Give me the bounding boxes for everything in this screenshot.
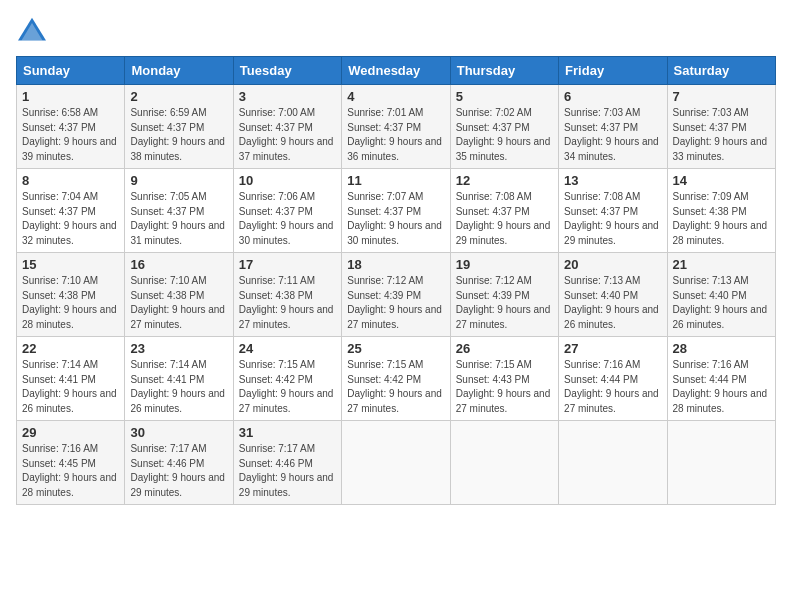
calendar-day-cell: 20 Sunrise: 7:13 AMSunset: 4:40 PMDaylig… (559, 253, 667, 337)
empty-day-cell (559, 421, 667, 505)
day-info: Sunrise: 7:07 AMSunset: 4:37 PMDaylight:… (347, 191, 442, 246)
day-info: Sunrise: 7:05 AMSunset: 4:37 PMDaylight:… (130, 191, 225, 246)
day-number: 1 (22, 89, 119, 104)
day-number: 18 (347, 257, 444, 272)
day-number: 2 (130, 89, 227, 104)
calendar-day-cell: 15 Sunrise: 7:10 AMSunset: 4:38 PMDaylig… (17, 253, 125, 337)
empty-day-cell (342, 421, 450, 505)
calendar-day-cell: 14 Sunrise: 7:09 AMSunset: 4:38 PMDaylig… (667, 169, 775, 253)
calendar-day-cell: 10 Sunrise: 7:06 AMSunset: 4:37 PMDaylig… (233, 169, 341, 253)
day-of-week-header: Friday (559, 57, 667, 85)
day-info: Sunrise: 7:16 AMSunset: 4:44 PMDaylight:… (564, 359, 659, 414)
day-info: Sunrise: 7:16 AMSunset: 4:44 PMDaylight:… (673, 359, 768, 414)
day-number: 7 (673, 89, 770, 104)
calendar-day-cell: 7 Sunrise: 7:03 AMSunset: 4:37 PMDayligh… (667, 85, 775, 169)
calendar-week-row: 8 Sunrise: 7:04 AMSunset: 4:37 PMDayligh… (17, 169, 776, 253)
day-number: 5 (456, 89, 553, 104)
calendar-day-cell: 6 Sunrise: 7:03 AMSunset: 4:37 PMDayligh… (559, 85, 667, 169)
day-info: Sunrise: 7:14 AMSunset: 4:41 PMDaylight:… (22, 359, 117, 414)
calendar-day-cell: 12 Sunrise: 7:08 AMSunset: 4:37 PMDaylig… (450, 169, 558, 253)
calendar-day-cell: 30 Sunrise: 7:17 AMSunset: 4:46 PMDaylig… (125, 421, 233, 505)
calendar-table: SundayMondayTuesdayWednesdayThursdayFrid… (16, 56, 776, 505)
day-info: Sunrise: 7:12 AMSunset: 4:39 PMDaylight:… (456, 275, 551, 330)
day-number: 12 (456, 173, 553, 188)
day-info: Sunrise: 7:03 AMSunset: 4:37 PMDaylight:… (673, 107, 768, 162)
day-number: 13 (564, 173, 661, 188)
calendar-day-cell: 2 Sunrise: 6:59 AMSunset: 4:37 PMDayligh… (125, 85, 233, 169)
day-of-week-header: Monday (125, 57, 233, 85)
calendar-day-cell: 23 Sunrise: 7:14 AMSunset: 4:41 PMDaylig… (125, 337, 233, 421)
day-of-week-header: Saturday (667, 57, 775, 85)
day-info: Sunrise: 7:10 AMSunset: 4:38 PMDaylight:… (130, 275, 225, 330)
calendar-day-cell: 11 Sunrise: 7:07 AMSunset: 4:37 PMDaylig… (342, 169, 450, 253)
day-info: Sunrise: 7:15 AMSunset: 4:42 PMDaylight:… (239, 359, 334, 414)
day-number: 20 (564, 257, 661, 272)
day-of-week-header: Wednesday (342, 57, 450, 85)
day-info: Sunrise: 7:06 AMSunset: 4:37 PMDaylight:… (239, 191, 334, 246)
calendar-day-cell: 27 Sunrise: 7:16 AMSunset: 4:44 PMDaylig… (559, 337, 667, 421)
day-info: Sunrise: 7:08 AMSunset: 4:37 PMDaylight:… (564, 191, 659, 246)
calendar-day-cell: 13 Sunrise: 7:08 AMSunset: 4:37 PMDaylig… (559, 169, 667, 253)
day-number: 21 (673, 257, 770, 272)
day-number: 8 (22, 173, 119, 188)
day-info: Sunrise: 7:16 AMSunset: 4:45 PMDaylight:… (22, 443, 117, 498)
day-info: Sunrise: 7:00 AMSunset: 4:37 PMDaylight:… (239, 107, 334, 162)
day-number: 10 (239, 173, 336, 188)
logo-icon (16, 16, 48, 44)
calendar-week-row: 1 Sunrise: 6:58 AMSunset: 4:37 PMDayligh… (17, 85, 776, 169)
day-of-week-header: Tuesday (233, 57, 341, 85)
calendar-day-cell: 8 Sunrise: 7:04 AMSunset: 4:37 PMDayligh… (17, 169, 125, 253)
calendar-day-cell: 17 Sunrise: 7:11 AMSunset: 4:38 PMDaylig… (233, 253, 341, 337)
day-info: Sunrise: 7:17 AMSunset: 4:46 PMDaylight:… (239, 443, 334, 498)
empty-day-cell (667, 421, 775, 505)
calendar-day-cell: 28 Sunrise: 7:16 AMSunset: 4:44 PMDaylig… (667, 337, 775, 421)
day-number: 28 (673, 341, 770, 356)
day-number: 24 (239, 341, 336, 356)
day-info: Sunrise: 6:58 AMSunset: 4:37 PMDaylight:… (22, 107, 117, 162)
calendar-day-cell: 1 Sunrise: 6:58 AMSunset: 4:37 PMDayligh… (17, 85, 125, 169)
calendar-header-row: SundayMondayTuesdayWednesdayThursdayFrid… (17, 57, 776, 85)
day-info: Sunrise: 6:59 AMSunset: 4:37 PMDaylight:… (130, 107, 225, 162)
day-info: Sunrise: 7:12 AMSunset: 4:39 PMDaylight:… (347, 275, 442, 330)
day-of-week-header: Thursday (450, 57, 558, 85)
day-number: 6 (564, 89, 661, 104)
calendar-week-row: 29 Sunrise: 7:16 AMSunset: 4:45 PMDaylig… (17, 421, 776, 505)
calendar-week-row: 22 Sunrise: 7:14 AMSunset: 4:41 PMDaylig… (17, 337, 776, 421)
calendar-week-row: 15 Sunrise: 7:10 AMSunset: 4:38 PMDaylig… (17, 253, 776, 337)
day-info: Sunrise: 7:11 AMSunset: 4:38 PMDaylight:… (239, 275, 334, 330)
day-number: 4 (347, 89, 444, 104)
day-info: Sunrise: 7:08 AMSunset: 4:37 PMDaylight:… (456, 191, 551, 246)
day-number: 17 (239, 257, 336, 272)
calendar-day-cell: 25 Sunrise: 7:15 AMSunset: 4:42 PMDaylig… (342, 337, 450, 421)
calendar-day-cell: 3 Sunrise: 7:00 AMSunset: 4:37 PMDayligh… (233, 85, 341, 169)
day-number: 22 (22, 341, 119, 356)
day-number: 14 (673, 173, 770, 188)
calendar-day-cell: 18 Sunrise: 7:12 AMSunset: 4:39 PMDaylig… (342, 253, 450, 337)
day-info: Sunrise: 7:14 AMSunset: 4:41 PMDaylight:… (130, 359, 225, 414)
day-info: Sunrise: 7:13 AMSunset: 4:40 PMDaylight:… (564, 275, 659, 330)
calendar-day-cell: 4 Sunrise: 7:01 AMSunset: 4:37 PMDayligh… (342, 85, 450, 169)
day-number: 23 (130, 341, 227, 356)
day-number: 3 (239, 89, 336, 104)
calendar-day-cell: 26 Sunrise: 7:15 AMSunset: 4:43 PMDaylig… (450, 337, 558, 421)
calendar-day-cell: 29 Sunrise: 7:16 AMSunset: 4:45 PMDaylig… (17, 421, 125, 505)
day-info: Sunrise: 7:10 AMSunset: 4:38 PMDaylight:… (22, 275, 117, 330)
day-number: 27 (564, 341, 661, 356)
day-number: 30 (130, 425, 227, 440)
day-info: Sunrise: 7:15 AMSunset: 4:43 PMDaylight:… (456, 359, 551, 414)
day-of-week-header: Sunday (17, 57, 125, 85)
day-number: 15 (22, 257, 119, 272)
empty-day-cell (450, 421, 558, 505)
calendar-day-cell: 24 Sunrise: 7:15 AMSunset: 4:42 PMDaylig… (233, 337, 341, 421)
day-info: Sunrise: 7:01 AMSunset: 4:37 PMDaylight:… (347, 107, 442, 162)
day-number: 31 (239, 425, 336, 440)
day-number: 11 (347, 173, 444, 188)
day-number: 9 (130, 173, 227, 188)
page-header (16, 16, 776, 44)
day-info: Sunrise: 7:03 AMSunset: 4:37 PMDaylight:… (564, 107, 659, 162)
day-info: Sunrise: 7:13 AMSunset: 4:40 PMDaylight:… (673, 275, 768, 330)
day-info: Sunrise: 7:09 AMSunset: 4:38 PMDaylight:… (673, 191, 768, 246)
day-number: 29 (22, 425, 119, 440)
day-number: 16 (130, 257, 227, 272)
day-info: Sunrise: 7:15 AMSunset: 4:42 PMDaylight:… (347, 359, 442, 414)
